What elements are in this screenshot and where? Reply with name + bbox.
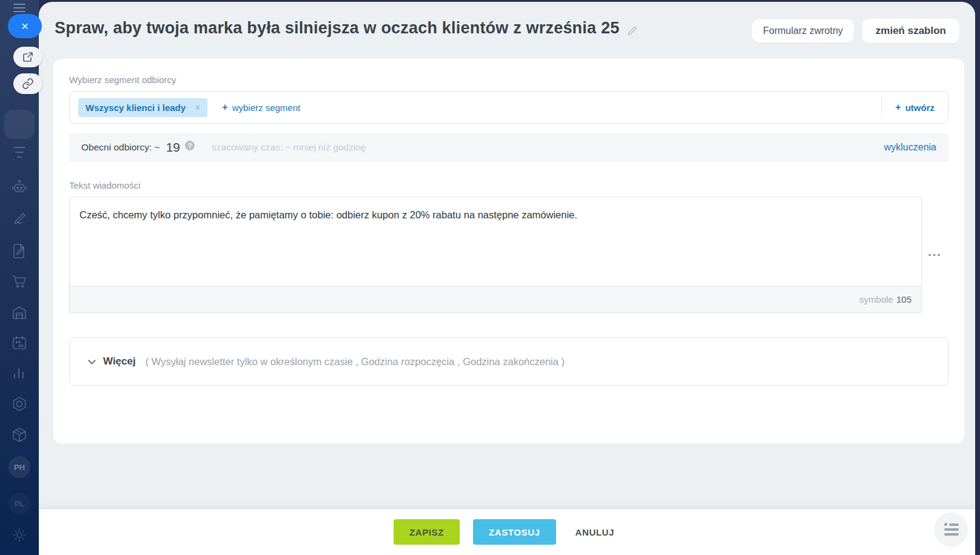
message-text-input[interactable]: Cześć, chcemy tylko przypomnieć, że pami… bbox=[70, 197, 921, 286]
estimated-time-label: szacowany czas: ~ mniej niż godzinę bbox=[212, 142, 366, 153]
segment-chip[interactable]: Wszyscy klienci i leady × bbox=[78, 98, 207, 117]
pencil-icon[interactable] bbox=[0, 209, 39, 226]
list-fab-button[interactable] bbox=[935, 513, 968, 546]
remove-segment-icon[interactable]: × bbox=[195, 103, 200, 112]
add-segment-label: wybierz segment bbox=[232, 103, 301, 113]
exclusions-link[interactable]: wykluczenia bbox=[884, 142, 936, 153]
symbols-count: 105 bbox=[896, 294, 911, 304]
filter-icon[interactable] bbox=[0, 145, 39, 160]
audience-label: Obecni odbiorcy: ~ bbox=[81, 142, 160, 153]
menu-hamburger-icon[interactable] bbox=[0, 2, 39, 13]
header-actions: Formularz zwrotny zmień szablon bbox=[752, 19, 959, 43]
external-link-icon bbox=[22, 52, 33, 62]
symbols-label: symbole bbox=[859, 294, 893, 304]
more-settings-toggle[interactable]: Więcej ( Wysyłaj newsletter tylko w okre… bbox=[69, 337, 948, 386]
calendar-icon[interactable] bbox=[0, 334, 39, 351]
modal-header: Spraw, aby twoja marka była silniejsza w… bbox=[39, 2, 975, 43]
warehouse-icon[interactable] bbox=[0, 304, 39, 321]
audience-stats-row: Obecni odbiorcy: ~ 19 ? szacowany czas: … bbox=[69, 133, 948, 162]
more-label: Więcej bbox=[103, 355, 136, 368]
save-button[interactable]: ZAPISZ bbox=[394, 519, 460, 545]
close-button[interactable]: × bbox=[8, 14, 42, 38]
plus-icon: + bbox=[222, 102, 227, 113]
create-segment-label: utwórz bbox=[905, 103, 935, 113]
message-row: Cześć, chcemy tylko przypomnieć, że pami… bbox=[69, 197, 948, 313]
segment-section-label: Wybierz segment odbiorcy bbox=[69, 75, 948, 85]
segment-chip-label: Wszyscy klienci i leady bbox=[86, 103, 186, 113]
edit-title-icon[interactable] bbox=[626, 24, 638, 38]
message-box: Cześć, chcemy tylko przypomnieć, że pami… bbox=[69, 197, 922, 313]
more-hint: ( Wysyłaj newsletter tylko w określonym … bbox=[146, 356, 565, 368]
apply-button[interactable]: ZASTOSUJ bbox=[473, 519, 556, 545]
plus-icon: + bbox=[895, 102, 901, 113]
campaign-form-card: Wybierz segment odbiorcy Wszyscy klienci… bbox=[53, 59, 964, 443]
audience-count: 19 bbox=[166, 140, 180, 155]
message-section-label: Tekst wiadomości bbox=[69, 180, 948, 190]
divider bbox=[881, 97, 882, 118]
robot-icon[interactable] bbox=[0, 178, 39, 195]
avatar-secondary[interactable]: PL bbox=[8, 493, 30, 514]
list-icon bbox=[944, 523, 959, 536]
external-link-button[interactable] bbox=[13, 47, 42, 67]
message-options-column: ••• bbox=[922, 197, 948, 313]
gear-icon[interactable] bbox=[0, 526, 39, 543]
avatar-initials: PH bbox=[14, 463, 25, 472]
more-options-icon[interactable]: ••• bbox=[927, 249, 944, 261]
add-segment-link[interactable]: + wybierz segment bbox=[222, 102, 300, 113]
chevron-down-icon bbox=[88, 357, 96, 365]
bar-chart-icon[interactable] bbox=[0, 365, 39, 381]
feedback-form-button[interactable]: Formularz zwrotny bbox=[752, 19, 854, 42]
change-template-button[interactable]: zmień szablon bbox=[862, 19, 959, 43]
link-button[interactable] bbox=[13, 73, 42, 94]
package-icon[interactable] bbox=[0, 426, 39, 443]
page-title: Spraw, aby twoja marka była silniejsza w… bbox=[55, 19, 619, 38]
hexagon-icon[interactable] bbox=[0, 395, 39, 412]
segment-picker: Wszyscy klienci i leady × + wybierz segm… bbox=[69, 91, 948, 124]
avatar-secondary-initials: PL bbox=[15, 499, 25, 508]
cart-icon[interactable] bbox=[0, 273, 39, 290]
help-icon[interactable]: ? bbox=[185, 141, 195, 150]
link-icon bbox=[22, 78, 34, 90]
campaign-modal: Spraw, aby twoja marka była silniejsza w… bbox=[39, 2, 975, 555]
document-edit-icon[interactable] bbox=[0, 243, 39, 260]
close-icon: × bbox=[21, 19, 29, 33]
avatar[interactable]: PH bbox=[8, 456, 30, 478]
cancel-button[interactable]: ANULUJ bbox=[569, 519, 620, 545]
modal-footer: ZAPISZ ZASTOSUJ ANULUJ bbox=[39, 509, 975, 555]
sidebar-item-campaigns[interactable] bbox=[4, 110, 35, 139]
create-segment-link[interactable]: + utwórz bbox=[895, 102, 935, 113]
message-footer: symbole105 bbox=[70, 286, 921, 312]
